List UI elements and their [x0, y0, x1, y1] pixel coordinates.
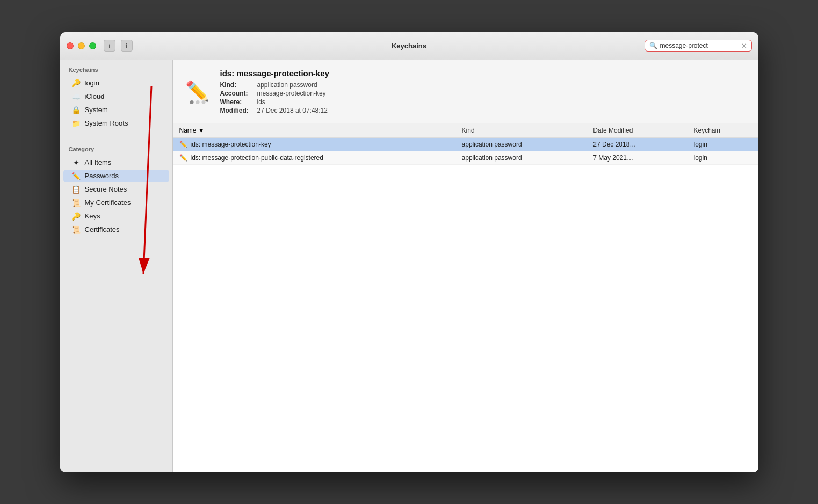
system-icon: 🔒 — [72, 106, 81, 114]
kind-label: Kind: — [220, 81, 255, 89]
search-input[interactable] — [660, 42, 739, 49]
dot-1 — [190, 100, 193, 104]
certificates-icon: 📜 — [72, 225, 81, 234]
col-keychain[interactable]: Keychain — [687, 123, 758, 138]
detail-where-row: Where: ids — [220, 98, 329, 106]
info-button[interactable]: ℹ — [121, 40, 133, 52]
sidebar: Keychains 🔑 login ☁️ iCloud 🔒 System 📁 S… — [60, 60, 173, 472]
secure-notes-icon: 📋 — [72, 185, 81, 194]
sidebar-item-login[interactable]: 🔑 login — [63, 77, 169, 90]
cell-date: 27 Dec 2018… — [587, 137, 687, 151]
keys-icon: 🔑 — [72, 212, 81, 221]
row-icon-2: ✏️ ids: message-protection-public-data-r… — [179, 154, 323, 162]
icon-dots — [190, 100, 205, 104]
sidebar-item-icloud[interactable]: ☁️ iCloud — [63, 90, 169, 103]
cell-keychain: login — [687, 137, 758, 151]
add-button[interactable]: + — [104, 40, 115, 52]
detail-header: ✏️ ids: message-protection-key Kind: app… — [173, 60, 758, 123]
modified-label: Modified: — [220, 107, 255, 114]
category-section: Category ✦ All Items ✏️ Passwords 📋 Secu… — [60, 140, 172, 241]
cell-name: ✏️ ids: message-protection-key — [173, 137, 455, 151]
table-container: Name ▼ Kind Date Modified Keychain ✏️ — [173, 123, 758, 472]
detail-modified-row: Modified: 27 Dec 2018 at 07:48:12 — [220, 107, 329, 114]
sidebar-label-system: System — [85, 106, 108, 114]
sidebar-item-system[interactable]: 🔒 System — [63, 104, 169, 116]
account-value: message-protection-key — [257, 90, 326, 97]
window-title: Keychains — [392, 42, 426, 50]
traffic-lights — [67, 42, 96, 49]
pencil-icon: ✏️ — [185, 82, 209, 101]
cell-keychain-2: login — [687, 151, 758, 164]
sidebar-label-my-certificates: My Certificates — [85, 199, 131, 207]
close-button[interactable] — [67, 42, 74, 49]
detail-title: ids: message-protection-key — [220, 69, 329, 78]
where-label: Where: — [220, 98, 255, 106]
sidebar-item-all-items[interactable]: ✦ All Items — [63, 156, 169, 169]
detail-info: ids: message-protection-key Kind: applic… — [220, 69, 329, 114]
login-icon: 🔑 — [72, 79, 81, 87]
keychains-section: Keychains 🔑 login ☁️ iCloud 🔒 System 📁 S… — [60, 60, 172, 135]
where-value: ids — [257, 98, 265, 106]
dot-3 — [201, 100, 205, 104]
table-header: Name ▼ Kind Date Modified Keychain — [173, 123, 758, 138]
sidebar-label-login: login — [85, 79, 99, 87]
cell-date-2: 7 May 2021… — [587, 151, 687, 164]
dot-2 — [196, 100, 199, 104]
kind-value: application password — [257, 81, 317, 89]
row-icon-1: ✏️ ids: message-protection-key — [179, 141, 271, 148]
sidebar-label-passwords: Passwords — [85, 172, 119, 180]
passwords-icon: ✏️ — [72, 172, 81, 180]
sidebar-item-keys[interactable]: 🔑 Keys — [63, 210, 169, 223]
table-row[interactable]: ✏️ ids: message-protection-public-data-r… — [173, 151, 758, 164]
search-clear-button[interactable]: ✕ — [741, 42, 747, 49]
my-certificates-icon: 📜 — [72, 199, 81, 207]
search-box[interactable]: 🔍 ✕ — [645, 40, 752, 52]
col-name[interactable]: Name ▼ — [173, 123, 455, 138]
maximize-button[interactable] — [89, 42, 96, 49]
titlebar-action-buttons: + ℹ — [104, 40, 133, 52]
modified-value: 27 Dec 2018 at 07:48:12 — [257, 107, 328, 114]
table-body: ✏️ ids: message-protection-key applicati… — [173, 137, 758, 164]
sidebar-item-certificates[interactable]: 📜 Certificates — [63, 223, 169, 236]
col-date-modified[interactable]: Date Modified — [587, 123, 687, 138]
cell-kind-2: application password — [455, 151, 587, 164]
sidebar-label-icloud: iCloud — [85, 92, 105, 100]
sidebar-item-my-certificates[interactable]: 📜 My Certificates — [63, 196, 169, 209]
cell-kind: application password — [455, 137, 587, 151]
content-area: Keychains 🔑 login ☁️ iCloud 🔒 System 📁 S… — [60, 60, 758, 472]
sidebar-label-secure-notes: Secure Notes — [85, 185, 127, 193]
detail-kind-row: Kind: application password — [220, 81, 329, 89]
sidebar-item-system-roots[interactable]: 📁 System Roots — [63, 117, 169, 130]
sidebar-spacer — [60, 241, 172, 472]
account-label: Account: — [220, 90, 255, 97]
sidebar-label-keys: Keys — [85, 212, 100, 220]
table-row[interactable]: ✏️ ids: message-protection-key applicati… — [173, 137, 758, 151]
key-icon-2: ✏️ — [179, 154, 187, 162]
search-icon: 🔍 — [649, 42, 657, 49]
all-items-icon: ✦ — [72, 158, 81, 167]
sidebar-item-secure-notes[interactable]: 📋 Secure Notes — [63, 183, 169, 196]
cell-name-2: ✏️ ids: message-protection-public-data-r… — [173, 151, 455, 164]
col-kind[interactable]: Kind — [455, 123, 587, 138]
system-roots-icon: 📁 — [72, 119, 81, 128]
category-header: Category — [60, 144, 172, 156]
sidebar-label-certificates: Certificates — [85, 225, 120, 233]
sidebar-item-passwords[interactable]: ✏️ Passwords — [63, 170, 169, 182]
detail-icon: ✏️ — [184, 77, 212, 105]
minimize-button[interactable] — [78, 42, 85, 49]
sidebar-label-all-items: All Items — [85, 158, 112, 166]
key-icon-1: ✏️ — [179, 141, 187, 148]
sidebar-divider — [60, 137, 172, 137]
keychains-header: Keychains — [60, 64, 172, 76]
sidebar-label-system-roots: System Roots — [85, 119, 128, 127]
main-content: ✏️ ids: message-protection-key Kind: app… — [173, 60, 758, 472]
results-table: Name ▼ Kind Date Modified Keychain ✏️ — [173, 123, 758, 165]
detail-account-row: Account: message-protection-key — [220, 90, 329, 97]
icloud-icon: ☁️ — [72, 92, 81, 101]
titlebar: + ℹ Keychains 🔍 ✕ — [60, 32, 758, 60]
